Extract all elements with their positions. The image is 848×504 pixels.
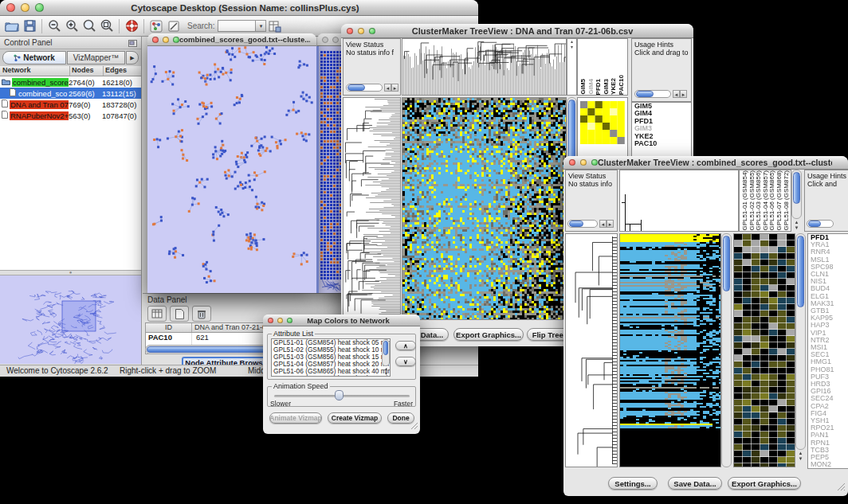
treeview2-zoom-vscrollbar[interactable] [795,233,806,450]
heatmap-strip-canvas[interactable] [620,234,720,467]
close-button[interactable] [152,37,159,43]
panel-splitter[interactable]: ● [0,270,141,275]
gene-label[interactable]: MON2 [808,461,848,468]
control-panel-tabs: Network VizMapper™ ▶ [0,49,141,66]
save-data-button[interactable]: Save Data... [668,477,722,490]
main-titlebar[interactable]: Cytoscape Desktop (Session Name: collins… [0,0,478,16]
column-label: GIM4 [587,79,595,95]
scroll-arrows[interactable]: ▲▼ [795,451,806,463]
create-vizmap-button[interactable]: Create Vizmap [328,412,382,424]
network1-canvas[interactable] [147,46,319,293]
network1-titlebar[interactable]: combined_scores_good.txt--cluste... [147,33,316,46]
minimize-button[interactable] [163,37,169,43]
window-controls[interactable] [0,3,44,12]
main-window-title: Cytoscape Desktop (Session Name: collins… [44,3,446,13]
gene-label[interactable]: PAC10 [632,140,691,147]
treeview1-view-status-panel: View Status No status info f ◂▸ [343,38,401,96]
treeview1-coldendro-scroll[interactable]: ▴▾ [567,38,577,96]
treeview2-gene-list[interactable]: PFD1YRA1RNR4MSL1SPC98CLN1NIS1BUD4ELG1MAK… [807,233,848,469]
attribute-list-item[interactable]: GPL51-07 (GSM868) heat shock 60 min [272,375,390,377]
scroll-left-icon[interactable]: ◂ [673,90,680,98]
search-input[interactable] [218,20,256,32]
scroll-left-icon[interactable]: ◂ [599,220,607,228]
treeview2-heatmap-vscrollbar[interactable] [721,233,732,467]
resize-grip[interactable] [410,419,418,433]
selection-mini-heatmap[interactable] [580,101,625,144]
minimize-button[interactable] [21,3,29,12]
zoom-heatmap-canvas[interactable] [734,234,795,467]
annotation-icon[interactable] [165,18,183,34]
search-dropdown-icon[interactable]: ▾ [256,20,266,32]
resize-grip[interactable] [836,480,846,494]
tab-overflow-icon[interactable]: ▶ [126,51,139,64]
scroll-arrows[interactable]: ▲▼ [791,220,802,232]
save-icon[interactable] [21,18,38,34]
zoom-selected-icon[interactable] [80,18,98,34]
zoom-button[interactable] [35,3,44,12]
birdseye-view[interactable] [0,275,141,364]
zoom-fit-icon[interactable] [98,18,116,34]
treeview2-collabel-scrollbar[interactable] [791,170,802,219]
zoom-button[interactable] [369,28,375,34]
column-label: PFD1 [595,79,603,95]
network-row[interactable]: RNAPuberNov2+| 563(0) 107847(0) [0,110,141,121]
minimize-button[interactable] [358,28,364,34]
attribute-select-icon[interactable] [147,306,167,322]
scroll-right-icon[interactable]: ▸ [391,84,398,92]
close-button[interactable] [6,3,15,12]
attribute-browser-icon[interactable] [266,18,284,34]
column-dendrogram[interactable] [402,39,566,95]
heatmap-canvas[interactable] [402,98,566,319]
help-icon[interactable] [123,18,140,34]
speed-slider-thumb[interactable] [335,390,344,400]
minimize-button[interactable] [580,159,587,166]
network-overview-icon[interactable] [147,18,165,34]
close-button[interactable] [322,37,328,43]
zoom-button[interactable] [173,37,179,43]
row-dendrogram[interactable] [344,98,400,319]
zoom-out-icon[interactable] [45,18,63,34]
treeview2-titlebar[interactable]: ClusterMaker TreeView : combined_scores_… [563,156,848,170]
dialog-titlebar[interactable]: Map Colors to Network [263,315,420,326]
float-panel-icon[interactable] [128,36,137,50]
scroll-left-icon[interactable]: ◂ [384,84,391,92]
move-up-button[interactable]: ∧ [395,341,416,350]
usage-hints-scrollbar[interactable]: ◂▸ [634,90,687,98]
tab-network[interactable]: Network [2,51,66,64]
network-row[interactable]: combined_scores_ 2764(0) 16218(0) [0,76,141,88]
view-status-scrollbar[interactable]: ◂▸ [346,84,398,92]
network-row[interactable]: combined_sco 2569(6) 13112(15) [0,88,141,99]
usage-hints-scrollbar[interactable] [807,220,834,228]
attribute-list[interactable]: GPL51-01 (GSM854) heat shock 05 minGPL51… [271,338,391,377]
attribute-list-scrollbar[interactable] [382,339,390,366]
zoom-button[interactable] [591,159,598,166]
row-dendrogram[interactable] [566,234,617,467]
treeview2-row-dendrogram-panel [565,233,618,467]
export-graphics-button[interactable]: Export Graphics... [453,328,524,341]
delete-attribute-icon[interactable] [192,306,211,322]
network-table[interactable]: combined_scores_ 2764(0) 16218(0) combin… [0,76,141,270]
column-tree[interactable] [620,170,738,231]
new-attribute-icon[interactable] [170,306,189,322]
id-column-header[interactable]: ID [146,323,192,332]
animate-vizmap-button[interactable]: Animate Vizmap [269,412,322,424]
view-status-scrollbar[interactable]: ◂▸ [567,220,614,228]
settings-button[interactable]: Settings... [608,477,658,490]
minimize-button[interactable] [277,318,283,323]
zoom-button[interactable] [287,318,292,323]
close-button[interactable] [569,159,575,166]
move-down-button[interactable]: ∨ [395,357,416,366]
zoom-in-icon[interactable] [63,18,80,34]
scroll-arrows[interactable]: ▲▼ [383,366,390,376]
network-row[interactable]: DNA and Tran 07 769(0) 183728(0) [0,99,141,110]
scroll-right-icon[interactable]: ▸ [680,90,687,98]
open-file-icon[interactable] [3,18,21,34]
close-button[interactable] [347,28,353,34]
treeview1-titlebar[interactable]: ClusterMaker TreeView : DNA and Tran 07-… [341,24,693,38]
export-graphics-button[interactable]: Export Graphics... [728,477,801,490]
tab-vizmapper[interactable]: VizMapper™ [67,51,125,64]
close-button[interactable] [268,318,273,323]
network-window-1: combined_scores_good.txt--cluste... [147,33,316,293]
minimize-button[interactable] [332,37,339,43]
scroll-right-icon[interactable]: ▸ [607,220,614,228]
